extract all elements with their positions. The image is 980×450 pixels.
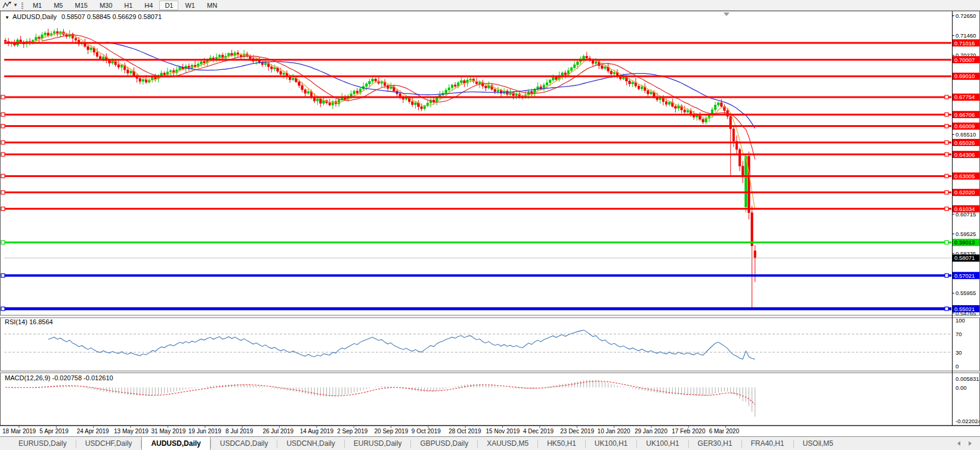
date-label: 4 Dec 2019 — [523, 428, 554, 435]
price-tag: 0.70007 — [953, 56, 979, 63]
chart-tab-eurusd-daily[interactable]: EURUSD,Daily — [10, 437, 76, 450]
svg-text:0.66706: 0.66706 — [954, 111, 975, 118]
chart-collapse-icon[interactable]: ▼ — [5, 15, 10, 20]
line-handle — [945, 191, 948, 194]
line-handle — [1, 307, 5, 311]
svg-text:0.55021: 0.55021 — [954, 306, 975, 312]
svg-text:0.67754: 0.67754 — [954, 94, 975, 100]
timeframe-button-d1[interactable]: D1 — [159, 1, 178, 10]
line-handle — [945, 141, 948, 144]
rsi-axis-label: 100 — [956, 317, 965, 324]
chart-tab-usdcnh-daily[interactable]: USDCNH,Daily — [277, 437, 344, 450]
chart-tab-usdcad-daily[interactable]: USDCAD,Daily — [211, 437, 277, 450]
chart-tab-ger30-h1[interactable]: GER30,H1 — [689, 437, 741, 450]
svg-text:0.58071: 0.58071 — [954, 255, 975, 261]
price-tag: 0.62020 — [953, 189, 979, 196]
timeframe-button-h1[interactable]: H1 — [119, 1, 138, 10]
price-axis-label: 0.55955 — [956, 290, 976, 296]
macd-indicator-label: MACD(12,26,9) -0.020758 -0.012610 — [5, 374, 113, 381]
chart-canvas[interactable]: 0.726500.714600.702700.655100.607150.595… — [0, 11, 980, 436]
timeframe-toolbar: ▼ M1M5M15M30H1H4D1W1MN — [0, 0, 980, 11]
date-label: 13 May 2019 — [114, 428, 149, 435]
tab-scroll-left-icon[interactable] — [957, 441, 960, 446]
date-label: 8 Jul 2019 — [225, 428, 253, 435]
chart-tab-fra40-h1[interactable]: FRA40,H1 — [742, 437, 793, 450]
price-tag: 0.63005 — [953, 172, 979, 179]
price-tag: 0.65026 — [953, 139, 979, 146]
chart-tab-xauusd-m5[interactable]: XAUUSD,M5 — [478, 437, 537, 450]
line-handle — [945, 174, 948, 178]
date-label: 26 Jul 2019 — [262, 428, 293, 435]
date-label: 15 Nov 2019 — [486, 428, 520, 435]
rsi-axis-label: 30 — [956, 349, 962, 356]
price-tag: 0.59013 — [953, 239, 979, 246]
svg-text:0.71016: 0.71016 — [954, 40, 975, 46]
chart-tab-hk50-h1[interactable]: HK50,H1 — [538, 437, 585, 450]
svg-text:0.70007: 0.70007 — [954, 57, 975, 63]
line-handle — [945, 95, 948, 99]
timeframe-button-m30[interactable]: M30 — [94, 1, 118, 10]
svg-text:0.66009: 0.66009 — [954, 123, 975, 129]
chart-tab-gbpusd-daily[interactable]: GBPUSD,Daily — [411, 437, 477, 450]
line-handle — [1, 113, 5, 116]
chart-tab-usdchf-daily[interactable]: USDCHF,Daily — [76, 437, 141, 450]
line-handle — [1, 174, 5, 178]
chart-tab-usoil-m5[interactable]: USOil,M5 — [794, 437, 842, 450]
date-label: 9 Oct 2019 — [412, 428, 441, 435]
price-tag: 0.61034 — [953, 205, 979, 212]
timeframe-button-m1[interactable]: M1 — [27, 1, 47, 10]
price-axis-label: 0.72650 — [956, 13, 976, 19]
price-tag: 0.66706 — [953, 111, 979, 118]
date-label: 5 Apr 2019 — [39, 428, 69, 435]
chart-tab-audusd-daily[interactable]: AUDUSD,Daily — [141, 436, 210, 450]
chart-tab-eurusd-daily[interactable]: EURUSD,Daily — [345, 437, 411, 450]
chart-tab-bar: EURUSD,DailyUSDCHF,DailyAUDUSD,DailyUSDC… — [0, 436, 980, 450]
svg-text:0.64306: 0.64306 — [954, 151, 975, 158]
rsi-axis-label: 0 — [956, 363, 959, 370]
date-label: 31 May 2019 — [151, 428, 186, 435]
price-tag: 0.71016 — [953, 39, 979, 46]
svg-text:0.57021: 0.57021 — [954, 272, 975, 279]
line-handle — [945, 274, 948, 277]
chevron-down-icon[interactable]: ▼ — [13, 2, 18, 8]
price-tag: 0.67754 — [953, 94, 979, 101]
date-label: 19 Jun 2019 — [188, 428, 221, 435]
price-tag: 0.64306 — [953, 151, 979, 158]
price-tag: 0.66009 — [953, 123, 979, 130]
price-tag: 0.58071 — [953, 255, 979, 262]
timeframe-button-m15[interactable]: M15 — [69, 1, 92, 10]
timeframe-button-mn[interactable]: MN — [202, 1, 222, 10]
svg-text:0.65026: 0.65026 — [954, 139, 975, 146]
chart-ohlc-values: 0.58507 0.58845 0.56629 0.58071 — [61, 13, 162, 20]
svg-text:0.59013: 0.59013 — [954, 239, 975, 246]
tab-scroll-right-icon[interactable] — [969, 441, 972, 446]
price-axis-label: 0.59525 — [956, 231, 976, 237]
price-axis-label: 0.71460 — [956, 32, 976, 39]
price-tag: 0.69010 — [953, 73, 979, 80]
line-handle — [1, 141, 5, 144]
chart-tab-uk100-h1[interactable]: UK100,H1 — [637, 437, 688, 450]
line-handle — [945, 307, 948, 311]
price-axis-label: 0.65510 — [956, 131, 976, 138]
line-handle — [945, 153, 948, 156]
chart-tab-uk100-h1[interactable]: UK100,H1 — [586, 437, 636, 450]
line-handle — [1, 153, 5, 156]
chart-symbol-label: AUDUSD,Daily — [13, 13, 57, 20]
svg-text:0.69010: 0.69010 — [954, 73, 975, 79]
line-handle — [945, 125, 948, 128]
line-handle — [945, 207, 948, 210]
date-label: 2 Sep 2019 — [337, 428, 368, 435]
line-study-icon[interactable] — [1, 1, 13, 10]
date-label: 20 Sep 2019 — [375, 428, 409, 435]
timeframe-button-h4[interactable]: H4 — [139, 1, 158, 10]
timeframe-button-w1[interactable]: W1 — [180, 1, 200, 10]
date-label: 28 Oct 2019 — [449, 428, 481, 435]
date-label: 24 Apr 2019 — [77, 428, 109, 435]
line-handle — [1, 207, 5, 210]
toolbar-grip-handle[interactable] — [21, 2, 23, 9]
support-line[interactable] — [1, 307, 951, 311]
timeframe-button-m5[interactable]: M5 — [48, 1, 68, 10]
price-tag: 0.55021 — [953, 305, 979, 312]
line-handle — [1, 274, 5, 277]
svg-text:0.61034: 0.61034 — [954, 206, 975, 212]
